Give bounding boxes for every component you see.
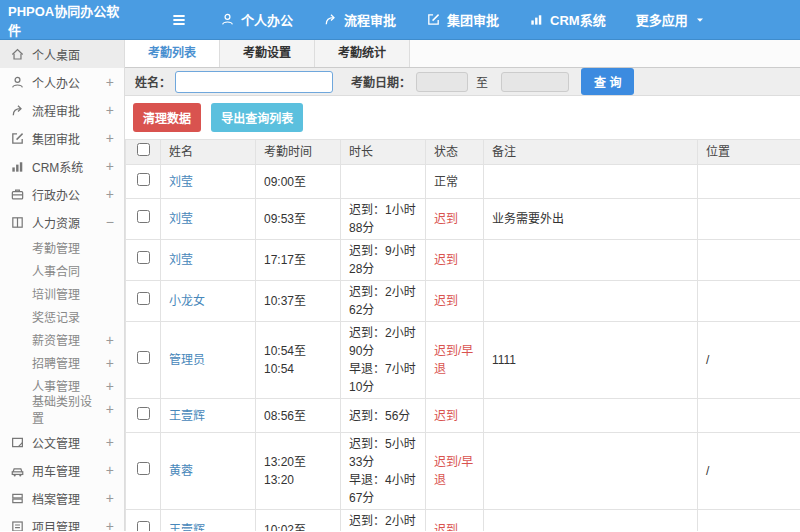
sidebar-item-vehicle-mgmt[interactable]: 用车管理 + (0, 456, 124, 484)
sidebar-item-personal-office[interactable]: 个人办公 + (0, 68, 124, 96)
user-icon (10, 75, 25, 90)
employee-link[interactable]: 刘莹 (169, 175, 193, 189)
status-cell: 迟到 (426, 199, 484, 240)
sidebar-item-label: 流程审批 (32, 102, 102, 119)
attendance-date-label: 考勤日期： (351, 73, 411, 90)
search-button[interactable]: 查 询 (581, 68, 634, 95)
row-checkbox[interactable] (137, 462, 150, 475)
expand-toggle[interactable]: + (102, 490, 114, 506)
sidebar-subitem-attendance-mgmt[interactable]: 考勤管理 (0, 236, 124, 259)
expand-toggle[interactable]: + (102, 378, 114, 394)
header-duration: 时长 (341, 140, 426, 165)
car-icon (10, 463, 25, 478)
filter-bar: 姓名： 考勤日期： 至 查 询 (125, 68, 800, 96)
top-bar: PHPOA协同办公软件 个人办公 流程审批 集团审批 CRM系统 更多应用 (0, 0, 800, 40)
sidebar-item-personal-desktop[interactable]: 个人桌面 (0, 40, 124, 68)
sidebar-item-crm-system[interactable]: CRM系统 + (0, 152, 124, 180)
name-input[interactable] (175, 71, 333, 93)
sidebar-subitem-reward-punish[interactable]: 奖惩记录 (0, 305, 124, 328)
table-row: 黄蓉 13:20至13:20 迟到：5小时33分早退：4小时67分 迟到/早退 … (126, 433, 800, 510)
sidebar-subitem-recruit-mgmt[interactable]: 招聘管理 + (0, 351, 124, 374)
row-checkbox[interactable] (137, 521, 150, 531)
note-cell: 业务需要外出 (484, 199, 698, 240)
row-checkbox[interactable] (137, 407, 150, 420)
duration-cell: 迟到：1小时88分 (341, 199, 426, 240)
attendance-time: 09:00至 (256, 165, 341, 199)
expand-toggle[interactable]: + (102, 186, 114, 202)
hamburger-menu-icon[interactable] (170, 10, 190, 30)
sidebar-subitem-training-mgmt[interactable]: 培训管理 (0, 282, 124, 305)
sidebar-subitem-base-category[interactable]: 基础类别设置 + (0, 397, 124, 420)
clean-data-button[interactable]: 清理数据 (133, 103, 201, 132)
row-checkbox[interactable] (137, 210, 150, 223)
location-cell (698, 165, 800, 199)
expand-toggle[interactable]: + (102, 518, 114, 531)
sidebar-item-human-resources[interactable]: 人力资源 − (0, 208, 124, 236)
sidebar-item-admin-office[interactable]: 行政办公 + (0, 180, 124, 208)
topnav-label: CRM系统 (550, 10, 606, 29)
note-cell (484, 433, 698, 510)
employee-link[interactable]: 刘莹 (169, 212, 193, 226)
note-cell (484, 165, 698, 199)
user-icon (220, 12, 235, 27)
expand-toggle[interactable]: + (102, 434, 114, 450)
expand-toggle[interactable]: + (102, 74, 114, 90)
row-checkbox[interactable] (137, 292, 150, 305)
main-content: 考勤列表 考勤设置 考勤统计 姓名： 考勤日期： 至 查 询 清理数据 导出查询… (125, 40, 800, 531)
sidebar-subitem-salary-mgmt[interactable]: 薪资管理 + (0, 328, 124, 351)
tab-attendance-settings[interactable]: 考勤设置 (220, 40, 315, 67)
topnav-label: 个人办公 (241, 10, 293, 29)
expand-toggle[interactable]: + (102, 355, 114, 371)
collapse-toggle[interactable]: − (102, 214, 114, 230)
expand-toggle[interactable]: + (102, 158, 114, 174)
topnav-more-apps[interactable]: 更多应用 (636, 10, 706, 29)
attendance-time: 09:53至 (256, 199, 341, 240)
employee-link[interactable]: 小龙女 (169, 294, 205, 308)
sidebar-item-document-mgmt[interactable]: 公文管理 + (0, 428, 124, 456)
sidebar-item-label: 项目管理 (32, 518, 102, 532)
sidebar-item-label: 档案管理 (32, 490, 102, 507)
sidebar-item-archive-mgmt[interactable]: 档案管理 + (0, 484, 124, 512)
sidebar-item-group-approval[interactable]: 集团审批 + (0, 124, 124, 152)
tab-attendance-stats[interactable]: 考勤统计 (315, 40, 410, 67)
employee-link[interactable]: 刘莹 (169, 253, 193, 267)
sidebar-subitem-hr-contract[interactable]: 人事合同 (0, 259, 124, 282)
expand-toggle[interactable]: + (102, 130, 114, 146)
book-icon (10, 215, 25, 230)
table-row: 小龙女 10:37至 迟到：2小时62分 迟到 (126, 281, 800, 322)
topnav-group-approval[interactable]: 集团审批 (426, 10, 499, 29)
duration-cell: 迟到：2小时62分 (341, 281, 426, 322)
row-checkbox[interactable] (137, 173, 150, 186)
topnav-personal-office[interactable]: 个人办公 (220, 10, 293, 29)
location-cell (698, 281, 800, 322)
status-cell: 正常 (426, 165, 484, 199)
date-from-input[interactable] (416, 72, 468, 92)
status-cell: 迟到 (426, 399, 484, 433)
table-row: 刘莹 09:53至 迟到：1小时88分 迟到 业务需要外出 (126, 199, 800, 240)
expand-toggle[interactable]: + (102, 462, 114, 478)
doc-icon (10, 435, 25, 450)
employee-link[interactable]: 管理员 (169, 353, 205, 367)
row-checkbox[interactable] (137, 351, 150, 364)
location-cell (698, 510, 800, 532)
row-checkbox[interactable] (137, 251, 150, 264)
employee-link[interactable]: 王壹辉 (169, 409, 205, 423)
export-list-button[interactable]: 导出查询列表 (211, 103, 303, 132)
expand-toggle[interactable]: + (102, 332, 114, 348)
date-to-input[interactable] (501, 72, 569, 92)
topnav-crm-system[interactable]: CRM系统 (529, 10, 606, 29)
expand-toggle[interactable]: + (102, 102, 114, 118)
sidebar-item-label: 人力资源 (32, 214, 102, 231)
sidebar-item-workflow-approval[interactable]: 流程审批 + (0, 96, 124, 124)
header-status: 状态 (426, 140, 484, 165)
select-all-checkbox[interactable] (137, 143, 150, 156)
status-cell: 迟到 (426, 240, 484, 281)
topnav-workflow-approval[interactable]: 流程审批 (323, 10, 396, 29)
note-cell (484, 510, 698, 532)
edit-icon (426, 12, 441, 27)
sidebar-item-project-mgmt[interactable]: 项目管理 + (0, 512, 124, 531)
tab-attendance-list[interactable]: 考勤列表 (125, 40, 220, 67)
expand-toggle[interactable]: + (102, 401, 114, 417)
employee-link[interactable]: 王壹辉 (169, 523, 205, 531)
employee-link[interactable]: 黄蓉 (169, 464, 193, 478)
